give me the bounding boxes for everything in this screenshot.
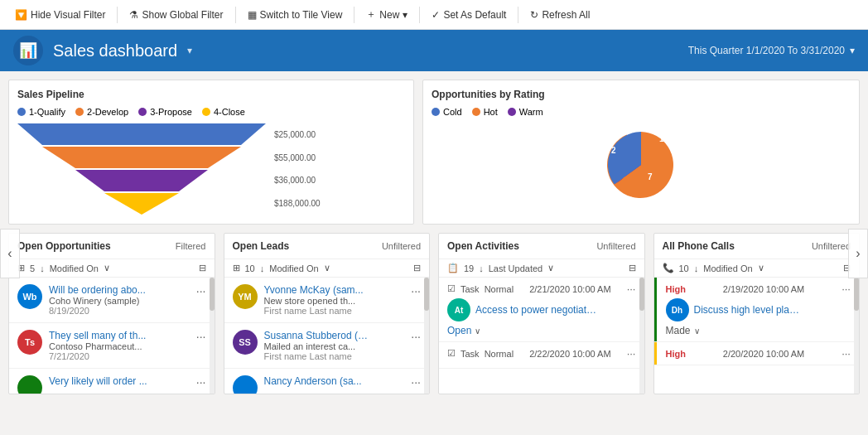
opp-card-header: Open Opportunities Filtered: [9, 234, 215, 259]
legend-close: 4-Close: [202, 107, 245, 117]
nav-arrow-right[interactable]: ›: [848, 229, 868, 278]
phone-card-title: All Phone Calls: [663, 240, 735, 252]
leads-more-2[interactable]: ···: [411, 330, 421, 343]
opp-avatar-3: [17, 375, 42, 394]
opp-item-3[interactable]: Very likely will order ... ···: [9, 369, 215, 394]
phone-scrollbar[interactable]: [854, 278, 859, 394]
leads-scroll-thumb: [424, 278, 429, 311]
activities-sort-chevron[interactable]: ∨: [547, 263, 554, 273]
refresh-all-button[interactable]: ↻ Refresh All: [523, 6, 596, 24]
opp-more-2[interactable]: ···: [196, 330, 206, 343]
leads-card-badge: Unfiltered: [382, 241, 421, 251]
new-icon: ＋: [366, 7, 376, 22]
activities-sort-icon[interactable]: ↓: [479, 263, 484, 273]
phone-item-1[interactable]: High 2/19/2020 10:00 AM ··· Dh Discuss h…: [654, 278, 860, 342]
set-default-button[interactable]: ✓ Set As Default: [425, 6, 513, 24]
activity-more-2[interactable]: ···: [627, 347, 636, 360]
phone-sort-label[interactable]: Modified On: [703, 263, 752, 273]
opp-title-1: Will be ordering abo...: [49, 284, 206, 296]
opp-card-title: Open Opportunities: [17, 240, 111, 252]
cards-row: Open Opportunities Filtered ⊞ 5 ↓ Modifi…: [8, 233, 860, 394]
opp-title-3: Very likely will order ...: [49, 375, 206, 387]
toolbar-divider-2: [235, 7, 236, 23]
new-button[interactable]: ＋ New ▾: [359, 4, 414, 25]
develop-label: 2-Develop: [87, 107, 128, 117]
nav-arrow-left[interactable]: ‹: [0, 229, 20, 278]
sales-pipeline-title: Sales Pipeline: [17, 89, 405, 100]
phone-more-1[interactable]: ···: [841, 283, 851, 295]
opp-card-controls: ⊞ 5 ↓ Modified On ∨ ⊟: [9, 259, 215, 278]
phone-item-2[interactable]: High 2/20/2020 10:00 AM ···: [654, 342, 860, 365]
activity-item-2[interactable]: ☑ Task Normal 2/22/2020 10:00 AM ···: [439, 342, 644, 369]
refresh-all-label: Refresh All: [542, 9, 590, 21]
phone-scroll-thumb: [854, 278, 859, 311]
leads-scrollbar[interactable]: [424, 278, 429, 394]
opp-sort-icon[interactable]: ↓: [40, 263, 45, 273]
opp-item-1[interactable]: Wb Will be ordering abo... Coho Winery (…: [9, 278, 215, 323]
leads-item-1[interactable]: YM Yvonne McKay (sam... New store opened…: [224, 278, 430, 323]
opp-content-1: Will be ordering abo... Coho Winery (sam…: [49, 284, 206, 316]
hide-visual-filter-button[interactable]: 🔽 Hide Visual Filter: [8, 6, 112, 24]
opp-sort-chevron[interactable]: ∨: [104, 263, 110, 273]
svg-text:1: 1: [659, 134, 664, 143]
legend-cold: Cold: [432, 107, 462, 117]
activity-more-1[interactable]: ···: [627, 283, 636, 295]
toolbar-divider-4: [419, 7, 420, 23]
activity-status-chevron-1[interactable]: ∨: [475, 326, 480, 336]
opp-card-badge: Filtered: [176, 241, 206, 251]
leads-subtitle-2: Mailed an interest ca...: [264, 341, 422, 351]
opp-filter-icon[interactable]: ⊟: [199, 263, 206, 273]
new-chevron-icon: ▾: [403, 9, 407, 21]
phone-count: 10: [679, 263, 689, 273]
opp-sort-label[interactable]: Modified On: [50, 263, 99, 273]
leads-content-2: Susanna Stubberod (… Mailed an interest …: [264, 330, 422, 361]
propose-label: 3-Propose: [150, 107, 192, 117]
leads-count: 10: [245, 263, 255, 273]
leads-sort-chevron[interactable]: ∨: [324, 263, 330, 273]
opp-item-2[interactable]: Ts They sell many of th... Contoso Pharm…: [9, 323, 215, 369]
leads-more-1[interactable]: ···: [411, 284, 421, 297]
activities-scrollbar[interactable]: [639, 278, 644, 394]
phone-avatar-1: Dh: [666, 298, 689, 321]
opp-content-2: They sell many of th... Contoso Pharmace…: [49, 330, 206, 361]
leads-more-3[interactable]: ···: [411, 375, 421, 389]
activities-filter-icon[interactable]: ⊟: [629, 263, 636, 273]
page-title: Sales dashboard: [53, 41, 177, 60]
switch-tile-view-button[interactable]: ▦ Switch to Tile View: [241, 6, 350, 24]
qualify-dot: [17, 108, 26, 116]
leads-grid-icon: ⊞: [233, 263, 240, 273]
open-opportunities-card: Open Opportunities Filtered ⊞ 5 ↓ Modifi…: [8, 233, 215, 394]
phone-card-header: All Phone Calls Unfiltered: [654, 234, 860, 259]
leads-sort-label[interactable]: Modified On: [269, 263, 318, 273]
opp-scrollbar[interactable]: [210, 278, 215, 394]
phone-icon: 📞: [663, 263, 674, 273]
activities-sort-label[interactable]: Last Updated: [489, 263, 542, 273]
leads-item-2[interactable]: SS Susanna Stubberod (… Mailed an intere…: [224, 323, 430, 369]
date-range-chevron-icon[interactable]: ▾: [850, 45, 855, 56]
funnel-label-4: $188,000.00: [274, 199, 321, 208]
pie-chart: 7 2 1: [587, 123, 695, 206]
open-activities-card: Open Activities Unfiltered 📋 19 ↓ Last U…: [438, 233, 645, 394]
svg-marker-1: [42, 147, 241, 168]
opp-more-3[interactable]: ···: [196, 375, 206, 389]
phone-more-2[interactable]: ···: [841, 347, 851, 360]
title-chevron-icon[interactable]: ▾: [187, 45, 192, 56]
phone-status-chevron-1[interactable]: ∨: [694, 326, 700, 336]
tile-icon: ▦: [248, 9, 257, 21]
show-global-filter-button[interactable]: ⚗ Show Global Filter: [123, 6, 229, 24]
activity-item-1[interactable]: ☑ Task Normal 2/21/2020 10:00 AM ··· At …: [439, 278, 644, 342]
activity-avatar-1: At: [447, 298, 470, 321]
activity-row-1: At Access to power negotiated ...: [447, 298, 636, 321]
phone-sort-chevron[interactable]: ∨: [758, 263, 764, 273]
close-label: 4-Close: [214, 107, 245, 117]
opp-more-1[interactable]: ···: [196, 284, 206, 297]
phone-sort-icon[interactable]: ↓: [694, 263, 699, 273]
phone-priority-2: High: [666, 349, 686, 359]
phone-meta-2: High 2/20/2020 10:00 AM ···: [666, 347, 851, 360]
leads-filter-icon[interactable]: ⊟: [413, 263, 421, 273]
svg-marker-2: [75, 170, 208, 191]
leads-sort-icon[interactable]: ↓: [260, 263, 265, 273]
phone-card-list: High 2/19/2020 10:00 AM ··· Dh Discuss h…: [654, 278, 860, 394]
leads-item-3[interactable]: Nancy Anderson (sa... ···: [224, 369, 430, 394]
leads-title-2: Susanna Stubberod (…: [264, 330, 422, 341]
